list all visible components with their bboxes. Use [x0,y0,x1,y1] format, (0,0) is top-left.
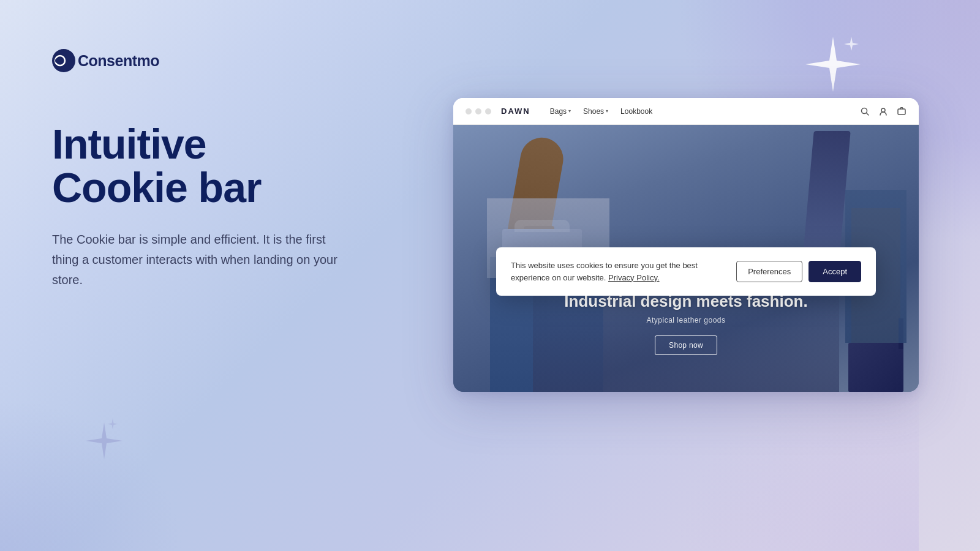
logo-icon [52,49,75,72]
sparkle-icon-top-right [802,34,864,107]
privacy-policy-link[interactable]: Privacy Policy. [608,273,660,282]
sparkle-icon-bottom-left [80,416,129,465]
browser-mockup: DAWN Bags ▾ Shoes ▾ Lookbook [453,98,919,392]
hero-text-overlay: Industrial design meets fashion. Atypica… [564,292,809,355]
search-icon[interactable] [860,107,870,116]
browser-nav: DAWN Bags ▾ Shoes ▾ Lookbook [453,98,919,125]
nav-item-bags: Bags ▾ [550,107,571,116]
accept-button[interactable]: Accept [809,261,861,282]
cookie-buttons: Preferences Accept [736,261,861,282]
main-heading: Intuitive Cookie bar [52,122,371,210]
hero-subline: Atypical leather goods [564,316,809,324]
svg-rect-7 [898,109,905,114]
cookie-message-text: This website uses cookies to ensure you … [511,261,698,282]
sparkle-bottom-left [80,416,129,465]
cookie-bar: This website uses cookies to ensure you … [496,247,876,296]
hero-area: Industrial design meets fashion. Atypica… [453,125,919,392]
bg-blob-bottom-right [674,367,919,551]
browser-dot-2 [475,108,481,114]
svg-point-3 [55,58,60,63]
svg-point-6 [881,108,885,112]
nav-item-lookbook: Lookbook [620,107,652,116]
nav-item-shoes: Shoes ▾ [583,107,608,116]
browser-dot-1 [466,108,472,114]
left-content: Intuitive Cookie bar The Cookie bar is s… [52,122,371,290]
nav-icons [860,107,907,116]
heading-line2: Cookie bar [52,166,371,209]
site-logo: DAWN [501,107,530,116]
preferences-button[interactable]: Preferences [736,261,802,282]
cookie-message: This website uses cookies to ensure you … [511,260,724,283]
sparkle-top-right [802,34,864,107]
shop-now-button[interactable]: Shop now [655,335,717,355]
logo: Consentmo [52,49,159,72]
user-icon[interactable] [878,107,888,116]
heading-line1: Intuitive [52,122,371,166]
description-text: The Cookie bar is simple and efficient. … [52,230,346,290]
browser-dots [466,108,491,114]
nav-items: Bags ▾ Shoes ▾ Lookbook [550,107,860,116]
browser-dot-3 [485,108,491,114]
cart-icon[interactable] [897,107,907,116]
svg-line-5 [867,113,869,115]
